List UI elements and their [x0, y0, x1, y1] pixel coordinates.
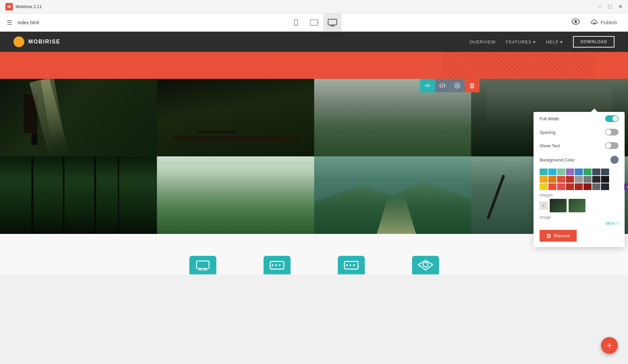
image-thumbnails-row: ‹ — [540, 199, 619, 212]
block-settings-button[interactable] — [450, 79, 465, 92]
color-swatch-black[interactable] — [601, 176, 609, 183]
preview-button[interactable] — [572, 19, 580, 26]
bg-color-row: Background Color — [534, 152, 625, 167]
more-link[interactable]: More > — [534, 220, 625, 227]
maximize-button[interactable]: □ — [608, 4, 611, 9]
color-row-1 — [540, 169, 619, 175]
svg-point-3 — [317, 22, 318, 23]
block-delete-button[interactable] — [465, 79, 480, 92]
color-swatch-slate1[interactable] — [592, 169, 600, 175]
toolbar: ☰ index.html Publish — [0, 13, 628, 32]
app-logo: M — [5, 3, 13, 10]
color-swatch-red1[interactable] — [557, 176, 565, 183]
publish-cloud-icon — [591, 19, 598, 26]
icon-3 — [338, 256, 365, 274]
color-swatch-purple1[interactable] — [566, 169, 574, 175]
color-swatch-gray1[interactable] — [575, 176, 583, 183]
nav-download-button[interactable]: DOWNLOAD — [573, 36, 615, 48]
hex-color-display: #553982 — [624, 183, 628, 190]
spacing-row: Spacing — [534, 125, 625, 139]
color-swatch-dark-red[interactable] — [575, 183, 583, 190]
full-width-row: Full Width — [534, 112, 625, 125]
svg-point-9 — [575, 21, 577, 23]
block-move-button[interactable] — [420, 79, 435, 92]
color-swatch-crimson[interactable] — [566, 183, 574, 190]
color-swatch-green1[interactable] — [583, 169, 592, 175]
svg-point-21 — [346, 264, 348, 266]
svg-rect-4 — [328, 19, 336, 25]
prev-image-button[interactable]: ‹ — [540, 202, 548, 210]
bg-color-swatch[interactable] — [610, 156, 619, 164]
spacing-label: Spacing — [540, 130, 555, 135]
gallery-image-6[interactable] — [157, 156, 314, 234]
images-section-label: Images — [540, 193, 619, 198]
svg-line-11 — [442, 84, 443, 88]
remove-label: Remove — [554, 233, 570, 238]
spacing-toggle[interactable] — [605, 129, 619, 135]
color-swatch-cyan[interactable] — [548, 169, 556, 175]
bg-color-label: Background Color — [540, 157, 575, 162]
color-swatch-red2[interactable] — [566, 176, 574, 183]
nav-link-features[interactable]: FEATURES ▾ — [506, 39, 536, 44]
settings-arrow — [591, 109, 598, 112]
show-text-toggle[interactable] — [605, 142, 619, 149]
full-width-toggle[interactable] — [605, 115, 619, 122]
full-width-label: Full Width — [540, 116, 559, 121]
icon-1 — [189, 256, 216, 274]
toolbar-right: Publish — [342, 16, 622, 29]
tablet-view-button[interactable] — [305, 13, 323, 32]
nav-sun-icon — [13, 36, 24, 47]
nav-link-help[interactable]: HELP ▾ — [546, 39, 563, 44]
color-swatch-yellow[interactable] — [540, 183, 548, 190]
gallery-image-7[interactable] — [314, 156, 471, 234]
minimize-button[interactable]: − — [598, 4, 601, 9]
nav-link-overview[interactable]: OVERVIEW — [469, 39, 496, 44]
gallery-image-2[interactable] — [157, 79, 314, 156]
filename-label: index.html — [18, 20, 39, 25]
mobile-view-button[interactable] — [287, 13, 305, 32]
icon-4 — [412, 256, 439, 274]
toolbar-left: ☰ index.html — [7, 19, 287, 26]
page-preview: MOBIRISE OVERVIEW FEATURES ▾ HELP ▾ DOWN… — [0, 32, 628, 274]
color-swatch-slate2[interactable] — [592, 183, 600, 190]
color-swatch-gray2[interactable] — [583, 176, 592, 183]
svg-rect-2 — [310, 20, 318, 25]
gallery-image-1[interactable] — [0, 79, 157, 156]
gallery-image-5[interactable] — [0, 156, 157, 234]
color-swatch-orange1[interactable] — [540, 176, 548, 183]
window-controls: − □ ✕ — [598, 4, 623, 9]
remove-button[interactable]: Remove — [540, 230, 577, 242]
color-swatch-navy[interactable] — [601, 183, 609, 190]
titlebar-left: M Mobirise 2.11 — [5, 3, 42, 10]
color-swatch-orange2[interactable] — [548, 176, 556, 183]
block-toolbar — [420, 79, 480, 92]
color-row-3: #553982 — [540, 183, 619, 190]
add-block-button[interactable]: + — [601, 337, 618, 354]
block-code-button[interactable] — [435, 79, 450, 92]
desktop-view-button[interactable] — [323, 13, 342, 32]
color-swatch-coral[interactable] — [548, 183, 556, 190]
image-thumb-2[interactable] — [569, 199, 585, 212]
app-title: Mobirise 2.11 — [16, 4, 42, 9]
publish-button[interactable]: Publish — [586, 16, 621, 29]
svg-point-22 — [349, 264, 351, 266]
settings-panel: Full Width Spacing Show Text Background … — [534, 112, 625, 247]
color-swatch-blue1[interactable] — [575, 169, 583, 175]
color-swatch-mint[interactable] — [557, 169, 565, 175]
menu-button[interactable]: ☰ — [7, 19, 12, 26]
image-thumb-1[interactable] — [550, 199, 567, 212]
color-swatch-dark2[interactable] — [592, 176, 600, 183]
hero-section — [0, 52, 628, 79]
svg-point-17 — [272, 264, 273, 266]
color-swatch-maroon[interactable] — [583, 183, 592, 190]
svg-point-23 — [353, 264, 355, 266]
color-swatch-salmon[interactable] — [557, 183, 565, 190]
close-button[interactable]: ✕ — [618, 4, 623, 9]
device-switcher — [287, 13, 342, 32]
nav-brand: MOBIRISE — [28, 39, 60, 45]
nav-logo: MOBIRISE — [13, 36, 60, 47]
color-swatch-dark1[interactable] — [601, 169, 609, 175]
publish-label: Publish — [601, 20, 617, 25]
show-text-label: Show Text — [540, 143, 560, 148]
color-swatch-teal1[interactable] — [540, 169, 548, 175]
